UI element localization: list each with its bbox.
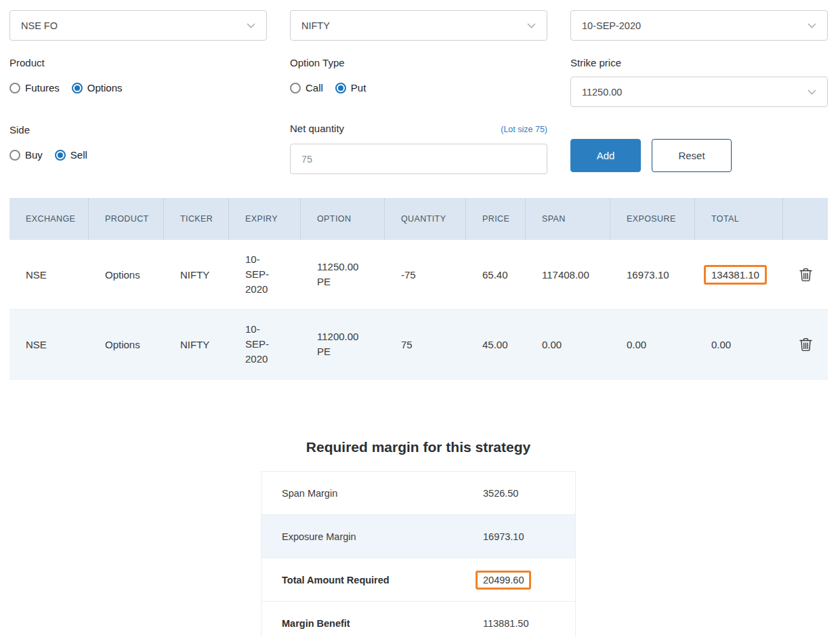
strike-price-label: Strike price bbox=[570, 57, 621, 68]
column-header-quantity: QUANTITY bbox=[385, 198, 466, 240]
cell-expiry-text: 10-SEP-2020 bbox=[245, 252, 278, 297]
radio-option-call[interactable]: Call bbox=[290, 82, 323, 94]
cell-span: 0.00 bbox=[526, 310, 610, 379]
radio-option-label: Call bbox=[306, 82, 323, 94]
column-header-ticker: TICKER bbox=[164, 198, 229, 240]
cell-quantity: -75 bbox=[385, 240, 466, 309]
radio-option-options[interactable]: Options bbox=[72, 82, 123, 94]
cell-exchange: NSE bbox=[9, 310, 89, 379]
column-header-exposure: EXPOSURE bbox=[610, 198, 695, 240]
radio-selected-icon[interactable] bbox=[335, 83, 346, 94]
option-type-label: Option Type bbox=[290, 57, 345, 68]
margin-row-value-cell: 3526.50 bbox=[483, 488, 518, 499]
cell-ticker: NIFTY bbox=[164, 310, 229, 379]
column-header-total: TOTAL bbox=[695, 198, 783, 240]
margin-row-value: 16973.10 bbox=[483, 531, 524, 542]
cell-product: Options bbox=[89, 310, 164, 379]
cell-actions bbox=[783, 310, 828, 379]
margin-row: Total Amount Required20499.60 bbox=[261, 558, 575, 602]
cell-expiry: 10-SEP-2020 bbox=[229, 240, 301, 309]
delete-row-button[interactable] bbox=[793, 262, 818, 287]
trash-icon bbox=[799, 268, 812, 282]
exchange-select[interactable]: NSE FO bbox=[9, 10, 267, 41]
table-row: NSEOptionsNIFTY10-SEP-202011200.00 PE754… bbox=[9, 310, 828, 379]
margin-summary-table: Span Margin3526.50Exposure Margin16973.1… bbox=[261, 471, 576, 637]
column-header-actions bbox=[783, 198, 828, 240]
margin-row-value-highlighted: 20499.60 bbox=[476, 571, 531, 590]
expiry-select[interactable]: 10-SEP-2020 bbox=[570, 10, 828, 41]
ticker-select[interactable]: NIFTY bbox=[290, 10, 547, 41]
positions-table-header: EXCHANGEPRODUCTTICKEREXPIRYOPTIONQUANTIT… bbox=[9, 198, 828, 240]
strike-price-select[interactable]: 11250.00 bbox=[570, 77, 828, 107]
cell-option: 11200.00 PE bbox=[301, 310, 385, 379]
cell-option-text: 11200.00 PE bbox=[317, 329, 370, 359]
radio-selected-icon[interactable] bbox=[55, 150, 66, 161]
chevron-down-icon bbox=[527, 23, 536, 28]
column-header-option: OPTION bbox=[301, 198, 385, 240]
table-row: NSEOptionsNIFTY10-SEP-202011250.00 PE-75… bbox=[9, 240, 828, 310]
cell-ticker: NIFTY bbox=[164, 240, 229, 309]
margin-row-value: 113881.50 bbox=[483, 618, 528, 629]
radio-unselected-icon[interactable] bbox=[9, 83, 20, 94]
radio-option-label: Sell bbox=[70, 149, 87, 161]
net-quantity-label-row: Net quantity (Lot size 75) bbox=[290, 123, 547, 134]
margin-row: Exposure Margin16973.10 bbox=[261, 515, 575, 558]
cell-expiry-text: 10-SEP-2020 bbox=[245, 322, 278, 367]
cell-option-text: 11250.00 PE bbox=[317, 260, 370, 289]
radio-option-label: Buy bbox=[25, 149, 43, 161]
radio-unselected-icon[interactable] bbox=[290, 83, 301, 94]
margin-row-label: Exposure Margin bbox=[261, 531, 483, 542]
cell-exposure: 0.00 bbox=[610, 310, 695, 379]
margin-row: Margin Benefit113881.50 bbox=[261, 602, 575, 637]
exchange-select-value: NSE FO bbox=[21, 20, 58, 31]
radio-option-futures[interactable]: Futures bbox=[9, 82, 60, 94]
radio-option-sell[interactable]: Sell bbox=[55, 149, 87, 161]
delete-row-button[interactable] bbox=[793, 332, 818, 356]
expiry-select-value: 10-SEP-2020 bbox=[582, 20, 641, 31]
trash-icon bbox=[799, 337, 812, 352]
lot-size-note: (Lot size 75) bbox=[501, 125, 547, 134]
cell-total: 134381.10 bbox=[695, 240, 783, 309]
cell-exposure: 16973.10 bbox=[610, 240, 695, 309]
cell-span: 117408.00 bbox=[526, 240, 610, 309]
side-radio-group: BuySell bbox=[9, 149, 87, 161]
margin-row-value-cell: 20499.60 bbox=[483, 571, 531, 590]
reset-button[interactable]: Reset bbox=[652, 139, 732, 172]
cell-exchange: NSE bbox=[9, 240, 89, 309]
net-quantity-input[interactable] bbox=[290, 144, 547, 174]
column-header-price: PRICE bbox=[466, 198, 526, 240]
option-type-radio-group: CallPut bbox=[290, 82, 366, 94]
margin-row-label: Total Amount Required bbox=[261, 575, 483, 585]
radio-selected-icon[interactable] bbox=[72, 83, 83, 94]
radio-option-label: Put bbox=[351, 82, 366, 94]
cell-actions bbox=[783, 240, 828, 309]
chevron-down-icon bbox=[807, 23, 816, 28]
strike-price-select-value: 11250.00 bbox=[582, 87, 622, 98]
positions-table-body: NSEOptionsNIFTY10-SEP-202011250.00 PE-75… bbox=[9, 240, 828, 379]
margin-summary-title: Required margin for this strategy bbox=[240, 439, 596, 455]
chevron-down-icon bbox=[247, 23, 255, 28]
radio-option-buy[interactable]: Buy bbox=[9, 149, 43, 161]
margin-row-label: Margin Benefit bbox=[261, 618, 483, 629]
positions-table: EXCHANGEPRODUCTTICKEREXPIRYOPTIONQUANTIT… bbox=[9, 198, 828, 379]
cell-option: 11250.00 PE bbox=[301, 240, 385, 309]
add-button[interactable]: Add bbox=[570, 139, 641, 172]
product-label: Product bbox=[9, 57, 45, 68]
cell-price: 45.00 bbox=[466, 310, 526, 379]
chevron-down-icon bbox=[807, 89, 816, 95]
margin-row-value-cell: 113881.50 bbox=[483, 618, 528, 629]
radio-option-put[interactable]: Put bbox=[335, 82, 366, 94]
cell-product: Options bbox=[89, 240, 164, 309]
cell-total: 0.00 bbox=[695, 310, 783, 379]
ticker-select-value: NIFTY bbox=[301, 20, 330, 31]
radio-option-label: Options bbox=[87, 82, 123, 94]
total-value: 0.00 bbox=[711, 339, 731, 350]
cell-price: 65.40 bbox=[466, 240, 526, 309]
cell-quantity: 75 bbox=[385, 310, 466, 379]
cell-expiry: 10-SEP-2020 bbox=[229, 310, 301, 379]
margin-row-label: Span Margin bbox=[261, 488, 483, 499]
column-header-exchange: EXCHANGE bbox=[9, 198, 89, 240]
margin-row-value-cell: 16973.10 bbox=[483, 531, 524, 542]
side-label: Side bbox=[9, 124, 30, 136]
radio-unselected-icon[interactable] bbox=[9, 150, 20, 161]
